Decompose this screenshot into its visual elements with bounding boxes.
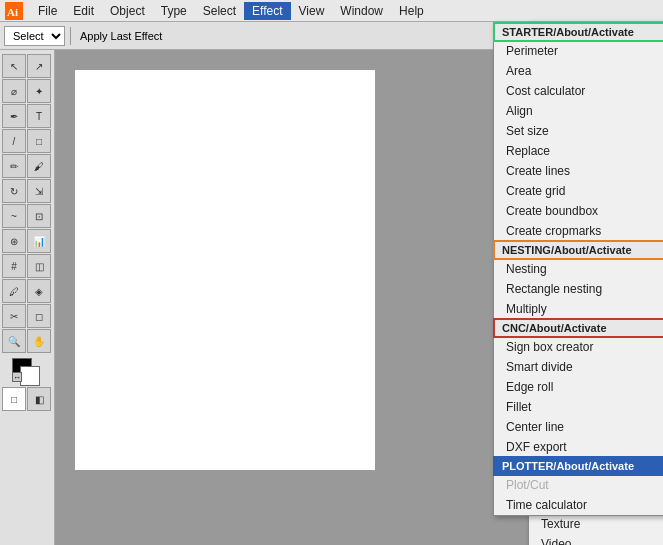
create-boundbox-item[interactable]: Create boundbox bbox=[494, 201, 663, 221]
symbol-tool[interactable]: ⊛ bbox=[2, 229, 26, 253]
menu-file[interactable]: File bbox=[30, 2, 65, 20]
tool-row-2: ⌀ ✦ bbox=[2, 79, 52, 103]
edge-roll-text: Edge roll bbox=[506, 380, 553, 394]
center-line-item[interactable]: Center line bbox=[494, 417, 663, 437]
area-item[interactable]: Area bbox=[494, 61, 663, 81]
menu-view[interactable]: View bbox=[291, 2, 333, 20]
cost-calc-text: Cost calculator bbox=[506, 84, 585, 98]
line-tool[interactable]: / bbox=[2, 129, 26, 153]
set-size-item[interactable]: Set size bbox=[494, 121, 663, 141]
nesting-item[interactable]: Nesting bbox=[494, 259, 663, 279]
sidebar-tools: ↖ ↗ ⌀ ✦ ✒ T / □ ✏ 🖌 ↻ ⇲ bbox=[0, 50, 55, 545]
tool-row-8: ⊛ 📊 bbox=[2, 229, 52, 253]
rotate-tool[interactable]: ↻ bbox=[2, 179, 26, 203]
nesting-header-text: NESTING/About/Activate bbox=[502, 244, 632, 256]
tool-row-12: 🔍 ✋ bbox=[2, 329, 52, 353]
menu-edit[interactable]: Edit bbox=[65, 2, 102, 20]
replace-item[interactable]: Replace bbox=[494, 141, 663, 161]
center-line-text: Center line bbox=[506, 420, 564, 434]
ecut-right-submenu: STARTER/About/Activate Perimeter Area Co… bbox=[493, 22, 663, 516]
direct-select-tool[interactable]: ↗ bbox=[27, 54, 51, 78]
time-calc-item[interactable]: Time calculator bbox=[494, 495, 663, 515]
tool-row-1: ↖ ↗ bbox=[2, 54, 52, 78]
plotter-activate-item[interactable]: PLOTTER/About/Activate bbox=[494, 457, 663, 475]
cnc-activate-item[interactable]: CNC/About/Activate bbox=[494, 319, 663, 337]
menu-select[interactable]: Select bbox=[195, 2, 244, 20]
dxf-export-item[interactable]: DXF export bbox=[494, 437, 663, 457]
pen-tool[interactable]: ✒ bbox=[2, 104, 26, 128]
mesh-tool[interactable]: # bbox=[2, 254, 26, 278]
menu-type[interactable]: Type bbox=[153, 2, 195, 20]
rect-nesting-item[interactable]: Rectangle nesting bbox=[494, 279, 663, 299]
create-grid-item[interactable]: Create grid bbox=[494, 181, 663, 201]
scale-tool[interactable]: ⇲ bbox=[27, 179, 51, 203]
tool-row-11: ✂ ◻ bbox=[2, 304, 52, 328]
paint-brush[interactable]: 🖌 bbox=[27, 154, 51, 178]
menu-bar: Ai File Edit Object Type Select Effect V… bbox=[0, 0, 663, 22]
type-tool[interactable]: T bbox=[27, 104, 51, 128]
multiply-text: Multiply bbox=[506, 302, 547, 316]
edge-roll-item[interactable]: Edge roll bbox=[494, 377, 663, 397]
perimeter-item[interactable]: Perimeter bbox=[494, 41, 663, 61]
create-lines-item[interactable]: Create lines bbox=[494, 161, 663, 181]
replace-text: Replace bbox=[506, 144, 550, 158]
set-size-text: Set size bbox=[506, 124, 549, 138]
fillet-item[interactable]: Fillet bbox=[494, 397, 663, 417]
cost-calc-item[interactable]: Cost calculator bbox=[494, 81, 663, 101]
fillet-text: Fillet bbox=[506, 400, 531, 414]
align-text: Align bbox=[506, 104, 533, 118]
nesting-activate-item[interactable]: NESTING/About/Activate bbox=[494, 241, 663, 259]
create-cropmarks-text: Create cropmarks bbox=[506, 224, 601, 238]
select-tool-dropdown[interactable]: Select bbox=[4, 26, 65, 46]
select-tool[interactable]: ↖ bbox=[2, 54, 26, 78]
pencil-tool[interactable]: ✏ bbox=[2, 154, 26, 178]
toolbar-separator bbox=[70, 27, 71, 45]
starter-activate-item[interactable]: STARTER/About/Activate bbox=[494, 23, 663, 41]
apply-last-effect-label: Apply Last Effect bbox=[76, 30, 166, 42]
column-graph[interactable]: 📊 bbox=[27, 229, 51, 253]
plot-cut-text: Plot/Cut bbox=[506, 478, 549, 492]
gradient-tool[interactable]: ◫ bbox=[27, 254, 51, 278]
blend-tool[interactable]: ◈ bbox=[27, 279, 51, 303]
video-item[interactable]: Video ▶ bbox=[529, 534, 663, 545]
tool-row-10: 🖊 ◈ bbox=[2, 279, 52, 303]
hand-tool[interactable]: ✋ bbox=[27, 329, 51, 353]
canvas-document bbox=[75, 70, 375, 470]
multiply-item[interactable]: Multiply bbox=[494, 299, 663, 319]
align-item[interactable]: Align bbox=[494, 101, 663, 121]
smart-divide-item[interactable]: Smart divide bbox=[494, 357, 663, 377]
sign-box-item[interactable]: Sign box creator bbox=[494, 337, 663, 357]
zoom-tool[interactable]: 🔍 bbox=[2, 329, 26, 353]
tool-row-mode: □ ◧ bbox=[2, 387, 52, 411]
warp-tool[interactable]: ~ bbox=[2, 204, 26, 228]
menu-help[interactable]: Help bbox=[391, 2, 432, 20]
sign-box-text: Sign box creator bbox=[506, 340, 593, 354]
normal-mode[interactable]: □ bbox=[2, 387, 26, 411]
menu-object[interactable]: Object bbox=[102, 2, 153, 20]
texture-item[interactable]: Texture ▶ bbox=[529, 514, 663, 534]
tool-row-6: ↻ ⇲ bbox=[2, 179, 52, 203]
app-window: Ai File Edit Object Type Select Effect V… bbox=[0, 0, 663, 545]
eraser-tool[interactable]: ◻ bbox=[27, 304, 51, 328]
free-transform[interactable]: ⊡ bbox=[27, 204, 51, 228]
ai-logo: Ai bbox=[4, 1, 24, 21]
rect-tool[interactable]: □ bbox=[27, 129, 51, 153]
tool-row-3: ✒ T bbox=[2, 104, 52, 128]
color-area: ↔ bbox=[2, 358, 52, 386]
cnc-header-text: CNC/About/Activate bbox=[502, 322, 607, 334]
perimeter-text: Perimeter bbox=[506, 44, 558, 58]
eyedropper-tool[interactable]: 🖊 bbox=[2, 279, 26, 303]
plotter-header-text: PLOTTER/About/Activate bbox=[502, 460, 634, 472]
slice-tool[interactable]: ✂ bbox=[2, 304, 26, 328]
create-grid-text: Create grid bbox=[506, 184, 565, 198]
starter-header-text: STARTER/About/Activate bbox=[502, 26, 634, 38]
tool-row-7: ~ ⊡ bbox=[2, 204, 52, 228]
nesting-text: Nesting bbox=[506, 262, 547, 276]
create-cropmarks-item[interactable]: Create cropmarks bbox=[494, 221, 663, 241]
menu-effect[interactable]: Effect bbox=[244, 2, 290, 20]
area-text: Area bbox=[506, 64, 531, 78]
magic-wand-tool[interactable]: ✦ bbox=[27, 79, 51, 103]
quick-mask[interactable]: ◧ bbox=[27, 387, 51, 411]
menu-window[interactable]: Window bbox=[332, 2, 391, 20]
lasso-tool[interactable]: ⌀ bbox=[2, 79, 26, 103]
